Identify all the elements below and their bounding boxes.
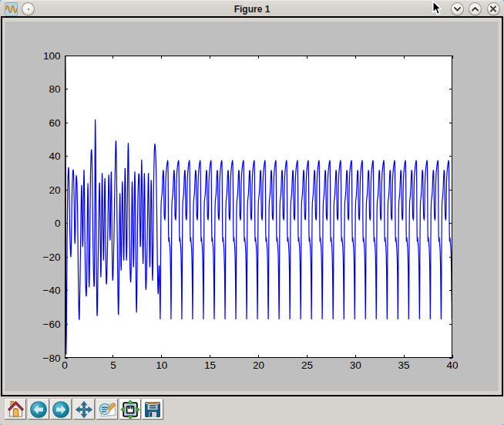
svg-text:−40: −40 [43,285,61,296]
svg-text:−20: −20 [43,251,61,263]
svg-text:100: 100 [43,50,61,62]
svg-text:0: 0 [55,218,61,229]
svg-text:10: 10 [156,359,167,371]
svg-text:20: 20 [253,359,264,371]
svg-text:35: 35 [398,359,410,371]
svg-text:5: 5 [110,359,116,371]
svg-text:−60: −60 [43,319,61,330]
svg-text:40: 40 [49,150,60,162]
svg-text:40: 40 [446,359,458,371]
svg-text:20: 20 [49,184,60,196]
svg-text:60: 60 [49,117,60,129]
svg-text:80: 80 [49,83,60,95]
svg-text:−80: −80 [43,352,61,364]
svg-text:25: 25 [301,359,313,371]
svg-text:30: 30 [350,359,361,371]
svg-text:15: 15 [204,359,216,371]
svg-text:0: 0 [62,359,68,371]
